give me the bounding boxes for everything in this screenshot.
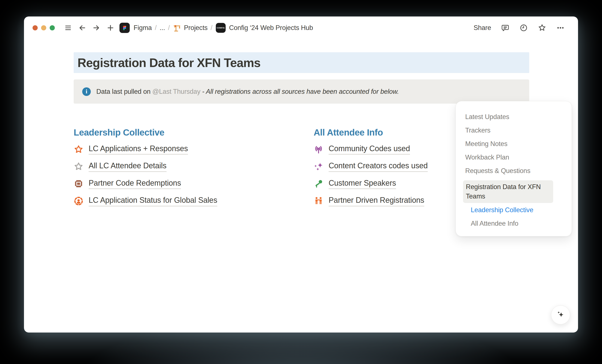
nav-icons xyxy=(64,23,115,32)
breadcrumb-app[interactable]: Figma xyxy=(134,24,152,32)
toc-item-latest-updates[interactable]: Latest Updates xyxy=(465,113,566,121)
figma-logo-icon[interactable] xyxy=(119,23,130,33)
dotted-circle-person-icon xyxy=(74,196,84,206)
toc-item-trackers[interactable]: Trackers xyxy=(465,126,566,134)
breadcrumb-separator: / xyxy=(168,24,170,32)
section-leadership-collective: Leadership Collective LC Applications + … xyxy=(74,128,298,213)
sparkles-purple-icon xyxy=(314,162,323,171)
page-link[interactable]: Customer Speakers xyxy=(329,179,396,189)
traffic-lights xyxy=(32,25,55,30)
star-orange-icon xyxy=(74,145,84,154)
share-button[interactable]: Share xyxy=(473,24,491,32)
list-item: LC Application Status for Global Sales xyxy=(74,196,298,206)
crane-icon xyxy=(173,23,181,32)
microphone-green-icon xyxy=(314,179,323,189)
sparkles-icon xyxy=(556,310,566,320)
list-item: Partner Code Redemptions xyxy=(74,179,298,189)
version-history-icon[interactable] xyxy=(519,23,528,32)
page-link[interactable]: Content Creators codes used xyxy=(329,161,428,172)
toc-item-active-registration-data[interactable]: Registration Data for XFN Teams xyxy=(463,180,553,203)
page-link[interactable]: Partner Driven Registrations xyxy=(329,196,424,206)
page-title[interactable]: Registration Data for XFN Teams xyxy=(77,56,260,70)
people-orange-icon xyxy=(314,196,323,206)
toc-subitem-leadership-collective[interactable]: Leadership Collective xyxy=(471,206,566,214)
toc-item-requests-questions[interactable]: Requests & Questions xyxy=(465,167,566,175)
page-link[interactable]: All LC Attendee Details xyxy=(89,161,167,172)
page-title-highlight: Registration Data for XFN Teams xyxy=(74,52,529,73)
sidebar-menu-icon[interactable] xyxy=(64,23,72,32)
star-gray-icon xyxy=(74,162,84,171)
list-item: All LC Attendee Details xyxy=(74,161,298,172)
breadcrumb-page[interactable]: Config ‘24 Web Projects Hub xyxy=(229,24,313,32)
page-link[interactable]: Community Codes used xyxy=(329,144,410,155)
toolbar: Figma / ... / Projects / CONFIG Config ‘… xyxy=(24,16,578,39)
zoom-window-button[interactable] xyxy=(50,25,55,30)
section-heading: Leadership Collective xyxy=(74,128,298,138)
list-item: LC Applications + Responses xyxy=(74,144,298,155)
page-link[interactable]: LC Application Status for Global Sales xyxy=(89,196,217,206)
toc-item-meeting-notes[interactable]: Meeting Notes xyxy=(465,140,566,148)
close-window-button[interactable] xyxy=(32,25,38,30)
app-window: Figma / ... / Projects / CONFIG Config ‘… xyxy=(24,16,578,332)
breadcrumb-separator: / xyxy=(211,24,212,32)
breadcrumb-collapsed[interactable]: ... xyxy=(160,24,165,32)
forward-icon[interactable] xyxy=(92,23,101,32)
config-badge-icon: CONFIG xyxy=(216,23,226,33)
toc-item-workback-plan[interactable]: Workback Plan xyxy=(465,153,566,161)
frame-brown-icon xyxy=(74,179,84,189)
info-icon: i xyxy=(82,87,91,96)
table-of-contents-panel: Latest Updates Trackers Meeting Notes Wo… xyxy=(456,101,572,236)
breadcrumb-folder[interactable]: Projects xyxy=(184,24,207,32)
new-tab-icon[interactable] xyxy=(106,23,115,32)
more-options-icon[interactable] xyxy=(556,23,565,32)
toc-subitem-all-attendee-info[interactable]: All Attendee Info xyxy=(471,219,566,228)
minimize-window-button[interactable] xyxy=(41,25,46,30)
desktop-background: Figma / ... / Projects / CONFIG Config ‘… xyxy=(0,0,602,364)
page-link[interactable]: LC Applications + Responses xyxy=(89,144,188,155)
ai-assistant-button[interactable] xyxy=(551,305,570,324)
back-icon[interactable] xyxy=(78,23,86,32)
page-link[interactable]: Partner Code Redemptions xyxy=(89,179,181,189)
toolbar-actions: Share xyxy=(473,23,565,32)
info-callout: i Data last pulled on @Last Thursday - A… xyxy=(74,79,529,104)
broadcast-purple-icon xyxy=(314,145,323,154)
callout-text: Data last pulled on @Last Thursday - All… xyxy=(96,88,399,96)
breadcrumb-separator: / xyxy=(155,24,157,32)
date-mention[interactable]: @Last Thursday xyxy=(152,88,200,95)
comments-icon[interactable] xyxy=(501,23,509,32)
favorite-star-icon[interactable] xyxy=(538,23,546,32)
breadcrumb: Figma / ... / Projects / CONFIG Config ‘… xyxy=(119,23,313,33)
